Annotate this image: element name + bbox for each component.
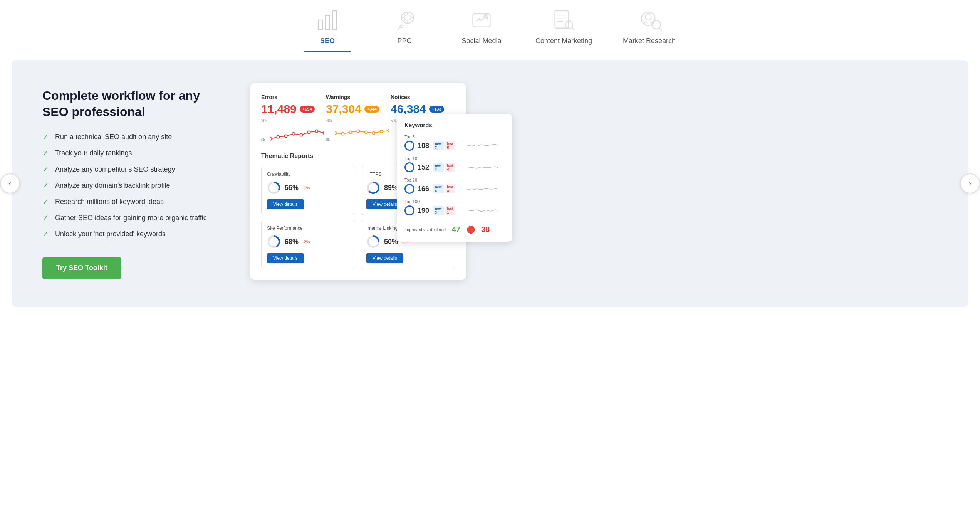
kw-top3-lost: lost5 [445,141,455,150]
svg-point-35 [357,130,360,133]
site-perf-pct: 68% [285,238,299,246]
svg-point-27 [292,133,295,135]
internal-linking-pct: 50% [384,238,398,246]
crawlability-donut [267,181,281,195]
ppc-icon [392,8,417,32]
kw-top10-lost: lost4 [445,163,455,172]
crawlability-view-btn[interactable]: View details [267,199,304,209]
svg-point-37 [373,132,375,135]
internal-linking-view-btn[interactable]: View details [366,253,403,263]
warnings-label: Warnings [326,94,391,100]
improved-value: 47 [452,225,460,234]
kw-top3-label: Top 3 [404,135,505,139]
errors-label: Errors [261,94,326,100]
check-icon-5: ✓ [42,197,49,206]
feature-item-7: ✓ Unlock your 'not provided' keywords [42,229,227,239]
warnings-chart: 40k 0k [326,119,391,142]
kw-top100-count: 190 [418,207,429,215]
report-site-perf-name: Site Performance [267,225,350,231]
tab-seo[interactable]: SEO [304,8,351,52]
main-heading: Complete workflow for any SEO profession… [42,88,227,120]
kw-top100: Top 100 190 new3 lost1 [404,199,505,215]
feature-item-3: ✓ Analyze any competitor's SEO strategy [42,165,227,174]
svg-point-31 [323,132,325,135]
svg-point-36 [365,131,368,134]
internal-linking-donut [366,235,380,249]
site-perf-view-btn[interactable]: View details [267,253,304,263]
tab-content-label: Content Marketing [535,37,592,45]
svg-line-10 [403,13,405,15]
warnings-value: 37,304 +344 [326,103,391,116]
kw-top3-circle [404,141,414,151]
check-icon-4: ✓ [42,181,49,190]
prev-arrow[interactable]: ‹ [0,173,20,193]
svg-rect-14 [555,11,569,28]
https-pct: 89% [384,184,398,192]
svg-point-34 [349,131,352,134]
https-donut [366,181,380,195]
warnings-metric: Warnings 37,304 +344 40k [326,94,391,142]
svg-rect-0 [318,20,322,29]
kw-top100-new: new3 [433,206,444,215]
feature-list: ✓ Run a technical SEO audit on any site … [42,132,227,239]
errors-value: 11,489 +694 [261,103,326,116]
report-crawlability-name: Crawlability [267,172,350,177]
tab-market[interactable]: Market Research [623,8,676,52]
feature-item-6: ✓ Gather SEO ideas for gaining more orga… [42,213,227,222]
crawlability-change: -1% [302,185,310,190]
seo-icon [315,8,340,32]
kw-top20-sparkline [461,185,505,193]
kw-top100-lost: lost1 [445,206,455,215]
main-section: ‹ Complete workflow for any SEO professi… [12,60,968,307]
kw-top10-label: Top 10 [404,156,505,161]
svg-point-39 [388,130,389,132]
kw-top3-sparkline [461,142,505,150]
tabs-nav: SEO PPC Social Media [0,0,980,52]
kw-top10-new: new4 [433,163,444,172]
tab-social-label: Social Media [461,37,501,45]
kw-top10-circle [404,162,414,172]
svg-line-19 [572,27,574,30]
kw-top3-count: 108 [418,142,429,150]
site-perf-pct-row: 68% -2% [267,235,350,249]
kw-top3-new: new7 [433,141,444,150]
svg-rect-1 [325,15,329,29]
errors-badge: +694 [300,106,315,113]
notices-badge: +133 [429,106,444,113]
site-perf-donut [267,235,281,249]
warnings-badge: +344 [364,106,379,113]
tab-market-label: Market Research [623,37,676,45]
feature-item-5: ✓ Research millions of keyword ideas [42,197,227,206]
errors-chart: 20k 0k [261,119,326,142]
improved-label: Improved vs. declined [404,227,446,232]
site-perf-change: -2% [302,239,310,244]
keywords-card: Keywords Top 3 108 new7 lost5 [397,114,512,242]
crawlability-pct-row: 55% -1% [267,181,350,195]
tab-seo-label: SEO [320,37,335,45]
check-icon-3: ✓ [42,165,49,174]
svg-point-13 [484,14,489,19]
check-icon-6: ✓ [42,213,49,222]
social-icon [469,8,494,32]
cta-button[interactable]: Try SEO Toolkit [42,257,121,279]
svg-line-23 [659,28,661,30]
svg-point-5 [404,15,411,20]
tab-social[interactable]: Social Media [458,8,505,52]
next-arrow[interactable]: › [960,173,980,193]
svg-point-21 [645,14,651,20]
kw-top20-circle [404,184,414,194]
svg-point-24 [270,138,272,140]
tab-ppc-label: PPC [397,37,411,45]
kw-top20-lost: lost4 [445,184,455,193]
check-icon-1: ✓ [42,132,49,141]
kw-top10: Top 10 152 new4 lost4 [404,156,505,172]
up-arrow-icon: 🔴 [467,225,475,234]
tab-content[interactable]: Content Marketing [535,8,592,52]
tab-ppc[interactable]: PPC [381,8,428,52]
kw-top20-new: new6 [433,184,444,193]
svg-point-29 [308,131,310,134]
content-icon [551,8,576,32]
keywords-title: Keywords [404,122,505,128]
crawlability-pct: 55% [285,184,299,192]
kw-top10-count: 152 [418,163,429,172]
